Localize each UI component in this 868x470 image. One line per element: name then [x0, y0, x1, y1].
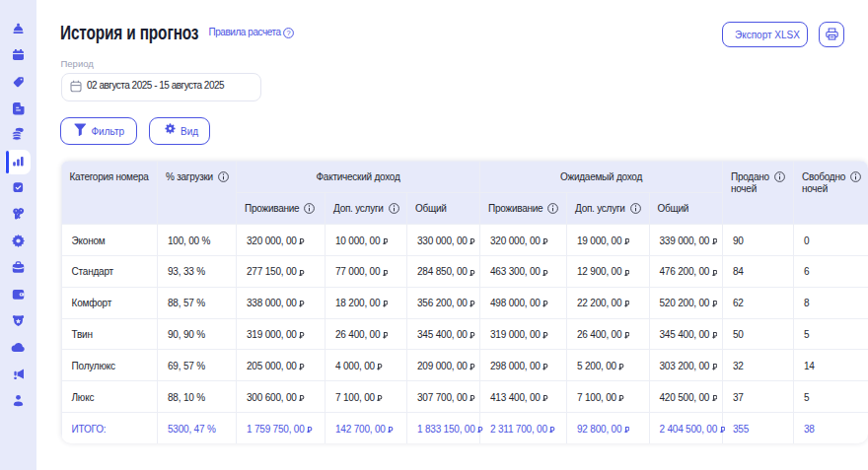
svg-text:?: ?: [286, 29, 290, 37]
